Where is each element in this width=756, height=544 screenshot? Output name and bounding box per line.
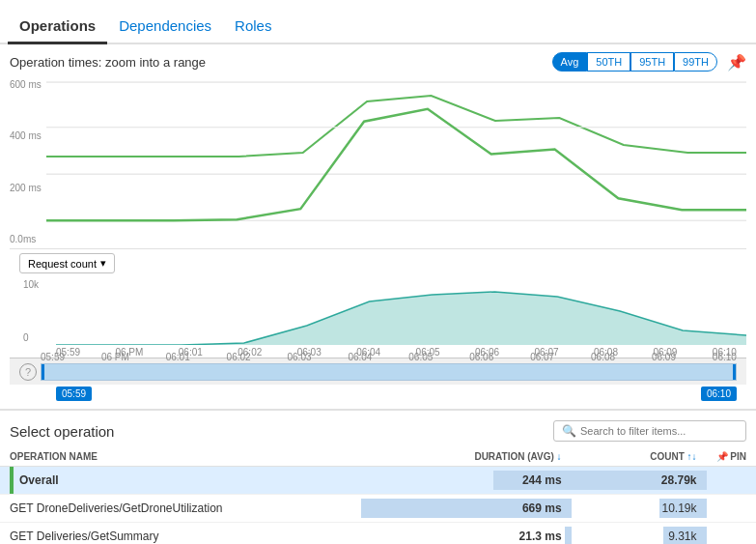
range-t10: 06:09 [652,352,676,362]
chart-area: 600 ms 400 ms 200 ms 0.0ms [0,75,756,405]
op-name-text: GET DroneDeliveries/GetDroneUtilization [10,501,223,515]
green-indicator [10,467,14,494]
duration-cell: 21.3 ms [361,523,572,545]
count-text: 28.79k [661,473,697,487]
perc-99th[interactable]: 99TH [674,52,717,72]
range-t7: 06:06 [469,352,493,362]
y-label-600: 600 ms [10,79,42,90]
op-name-text: GET Deliveries/GetSummary [10,530,158,543]
range-bar[interactable] [41,363,737,381]
duration-text: 21.3 ms [519,530,562,543]
count-text: 10.19k [662,501,697,515]
chart-plot[interactable] [46,75,746,248]
perc-95th[interactable]: 95TH [630,52,674,72]
tabs-bar: Operations Dependencies Roles [0,0,756,44]
main-chart[interactable]: 600 ms 400 ms 200 ms 0.0ms [10,75,746,249]
range-t5: 06:04 [348,352,372,362]
count-cell: 9.31k [572,523,707,545]
perc-50th[interactable]: 50TH [587,52,630,72]
mini-chart-svg [56,277,746,345]
count-text: 9.31k [668,530,696,543]
op-name-cell: GET Deliveries/GetSummary [0,523,361,545]
request-count-dropdown[interactable]: Request count ▾ [19,253,115,273]
th-duration: DURATION (AVG) ↓ [361,447,572,467]
range-t11: 06:10 [713,352,737,362]
th-operation-name: OPERATION NAME [0,447,361,467]
pin-header-icon: 📌 [716,451,728,462]
duration-sort-icon[interactable]: ↓ [557,451,562,462]
range-left-handle[interactable] [42,364,44,380]
dropdown-label: Request count [28,258,97,270]
count-cell: 28.79k [572,467,707,495]
range-start-label: 05:59 [56,387,92,401]
table-header-row: OPERATION NAME DURATION (AVG) ↓ COUNT ↑↓… [0,447,756,467]
range-end-label: 06:10 [701,387,737,401]
y-label-400: 400 ms [10,130,42,141]
mini-y-axis: 10k 0 [19,277,56,345]
range-t4: 06:03 [288,352,312,362]
percentile-buttons: Avg 50TH 95TH 99TH [552,52,717,72]
pin-cell[interactable] [707,467,756,495]
op-name-cell: GET DroneDeliveries/GetDroneUtilization [0,495,361,523]
search-box[interactable]: 🔍 [553,420,746,442]
range-bar-container[interactable]: 05:59 06 PM 06:01 06:02 06:03 06:04 06:0… [41,363,737,381]
range-selection [42,364,736,380]
range-t0: 05:59 [41,352,65,362]
tab-roles[interactable]: Roles [223,10,283,44]
perc-avg[interactable]: Avg [552,52,588,72]
range-t9: 06:08 [591,352,615,362]
search-input[interactable] [580,425,735,437]
mini-y-0: 0 [23,332,52,343]
range-t8: 06:07 [530,352,554,362]
range-t3: 06:02 [227,352,251,362]
range-labels-row: 05:59 06:10 [10,385,746,405]
table-row[interactable]: Overall244 ms28.79k [0,467,756,495]
section-title: Operation times: zoom into a range [10,55,206,70]
duration-text: 244 ms [522,473,562,487]
y-label-200: 200 ms [10,183,42,193]
section-header: Operation times: zoom into a range Avg 5… [0,44,756,75]
mini-y-10k: 10k [23,279,52,290]
dropdown-arrow-icon: ▾ [100,257,106,270]
tab-operations[interactable]: Operations [8,10,107,44]
select-operation-title: Select operation [10,423,114,440]
duration-text: 669 ms [522,501,562,515]
y-label-0: 0.0ms [10,234,42,244]
tab-dependencies[interactable]: Dependencies [107,10,223,44]
range-t1: 06 PM [101,352,129,362]
op-name-cell: Overall [0,467,361,495]
request-count-header: Request count ▾ [10,249,746,277]
duration-cell: 244 ms [361,467,572,495]
pin-chart-button[interactable]: 📌 [727,53,746,72]
count-cell: 10.19k [572,495,707,523]
range-time-labels: 05:59 06 PM 06:01 06:02 06:03 06:04 06:0… [41,352,737,362]
range-right-handle[interactable] [733,364,736,380]
th-count: COUNT ↑↓ [572,447,707,467]
range-selector[interactable]: ? 05:59 06 PM 06:01 06:02 06:03 06:04 06… [10,358,746,385]
search-icon: 🔍 [562,424,576,438]
table-body: Overall244 ms28.79kGET DroneDeliveries/G… [0,467,756,545]
operations-table: OPERATION NAME DURATION (AVG) ↓ COUNT ↑↓… [0,447,756,544]
y-axis: 600 ms 400 ms 200 ms 0.0ms [10,75,46,248]
select-operation-header: Select operation 🔍 [0,409,756,447]
duration-cell: 669 ms [361,495,572,523]
range-help-icon[interactable]: ? [19,363,37,381]
pin-cell[interactable] [707,495,756,523]
count-sort-icon[interactable]: ↑↓ [687,451,697,462]
table-row[interactable]: GET Deliveries/GetSummary21.3 ms9.31k [0,523,756,545]
range-t6: 06:05 [408,352,433,362]
th-pin: 📌 PIN [707,447,756,467]
op-name-text: Overall [19,473,59,487]
mini-chart[interactable]: 10k 0 [10,277,746,345]
table-row[interactable]: GET DroneDeliveries/GetDroneUtilization6… [0,495,756,523]
pin-cell[interactable] [707,523,756,545]
range-t2: 06:01 [166,352,190,362]
